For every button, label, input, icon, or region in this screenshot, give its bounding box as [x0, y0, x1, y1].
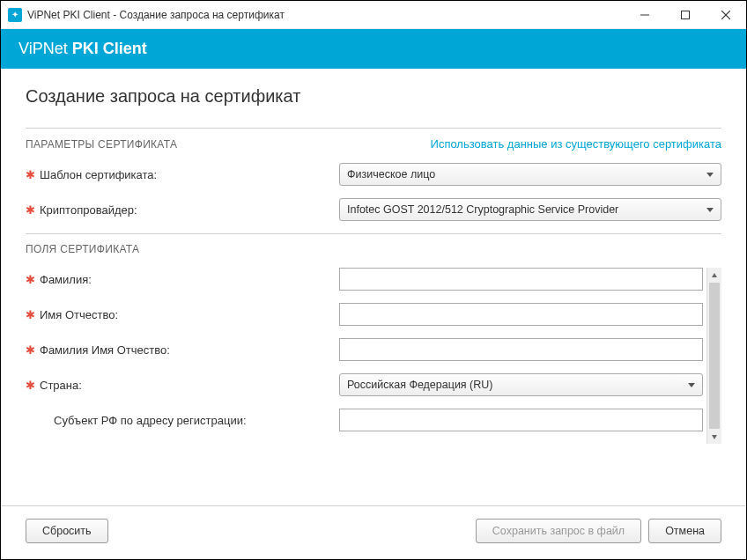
given-input[interactable]: [339, 303, 703, 326]
svg-rect-1: [682, 11, 690, 18]
template-select[interactable]: Физическое лицо: [339, 163, 721, 186]
template-label: Шаблон сертификата:: [40, 168, 339, 181]
surname-label: Фамилия:: [40, 273, 339, 286]
template-value: Физическое лицо: [347, 168, 435, 181]
required-asterisk: ✱: [26, 168, 34, 181]
page-title: Создание запроса на сертификат: [26, 86, 721, 107]
footer: Сбросить Сохранить запрос в файл Отмена: [1, 505, 746, 559]
save-button-label: Сохранить запрос в файл: [492, 525, 625, 537]
brand-header: ViPNet PKI Client: [1, 29, 746, 69]
section-params-header: ПАРАМЕТРЫ СЕРТИФИКАТА Использовать данны…: [26, 128, 721, 151]
window-title: ViPNet PKI Client - Создание запроса на …: [27, 9, 625, 21]
brand-bold: PKI Client: [72, 40, 147, 57]
crypto-select[interactable]: Infotec GOST 2012/512 Cryptographic Serv…: [339, 198, 721, 221]
country-select[interactable]: Российская Федерация (RU): [339, 373, 703, 396]
country-label: Страна:: [40, 379, 339, 392]
row-region: Субъект РФ по адресу регистрации:: [26, 409, 703, 431]
section-fields: ПОЛЯ СЕРТИФИКАТА ✱ Фамилия: ✱ Имя Отчест…: [26, 233, 721, 444]
fields-wrap: ПОЛЯ СЕРТИФИКАТА ✱ Фамилия: ✱ Имя Отчест…: [26, 243, 706, 444]
row-given: ✱ Имя Отчество:: [26, 303, 703, 326]
required-asterisk: ✱: [26, 379, 34, 392]
region-input[interactable]: [339, 409, 703, 431]
fields-scrollbar[interactable]: [706, 268, 721, 444]
window-controls: [625, 2, 746, 28]
crypto-value: Infotec GOST 2012/512 Cryptographic Serv…: [347, 203, 618, 216]
scroll-thumb[interactable]: [709, 283, 720, 429]
section-fields-label: ПОЛЯ СЕРТИФИКАТА: [26, 243, 703, 255]
maximize-button[interactable]: [665, 2, 706, 28]
region-label: Субъект РФ по адресу регистрации:: [40, 414, 339, 427]
required-asterisk: ✱: [26, 273, 34, 286]
content-area: Создание запроса на сертификат ПАРАМЕТРЫ…: [1, 69, 746, 505]
save-to-file-button[interactable]: Сохранить запрос в файл: [476, 519, 641, 543]
surname-input[interactable]: [339, 268, 703, 291]
app-icon: ✦: [8, 8, 22, 22]
app-window: ✦ ViPNet PKI Client - Создание запроса н…: [0, 0, 747, 560]
row-fullname: ✱ Фамилия Имя Отчество:: [26, 338, 703, 361]
row-country: ✱ Страна: Российская Федерация (RU): [26, 373, 703, 396]
cancel-button[interactable]: Отмена: [648, 519, 721, 543]
reset-button[interactable]: Сбросить: [26, 519, 108, 543]
brand-light: ViPNet: [18, 40, 72, 57]
scroll-up-button[interactable]: [707, 268, 721, 283]
fullname-label: Фамилия Имя Отчество:: [40, 343, 339, 357]
row-template: ✱ Шаблон сертификата: Физическое лицо: [26, 163, 721, 186]
required-asterisk: ✱: [26, 308, 34, 321]
cancel-button-label: Отмена: [665, 525, 705, 537]
reset-button-label: Сбросить: [42, 525, 92, 537]
svg-marker-4: [712, 273, 717, 277]
section-params-label: ПАРАМЕТРЫ СЕРТИФИКАТА: [26, 138, 177, 151]
scroll-down-button[interactable]: [707, 429, 721, 444]
row-crypto: ✱ Криптопровайдер: Infotec GOST 2012/512…: [26, 198, 721, 221]
crypto-label: Криптопровайдер:: [40, 203, 339, 217]
row-surname: ✱ Фамилия:: [26, 268, 703, 291]
svg-marker-5: [712, 435, 717, 439]
required-asterisk: ✱: [26, 343, 34, 357]
fullname-input[interactable]: [339, 338, 703, 361]
use-existing-cert-link[interactable]: Использовать данные из существующего сер…: [431, 137, 721, 151]
country-value: Российская Федерация (RU): [347, 379, 493, 391]
required-asterisk: ✱: [26, 203, 34, 217]
minimize-button[interactable]: [625, 2, 665, 28]
close-button[interactable]: [706, 2, 746, 28]
titlebar: ✦ ViPNet PKI Client - Создание запроса н…: [1, 1, 746, 29]
given-label: Имя Отчество:: [40, 308, 339, 321]
